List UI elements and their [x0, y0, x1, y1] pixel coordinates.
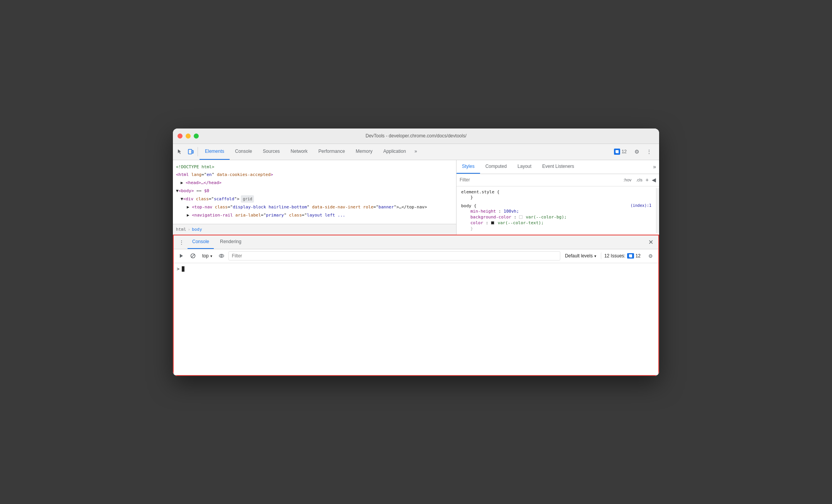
eye-icon — [219, 253, 224, 259]
tab-sources[interactable]: Sources — [257, 144, 285, 160]
tab-layout[interactable]: Layout — [512, 160, 537, 174]
chevron-down-icon: ▾ — [210, 254, 212, 258]
body-rule-header: body { (index):1 — [461, 203, 651, 208]
head-tag-line[interactable]: ▶︎ <head>…</head> — [173, 179, 456, 187]
main-content-area: <!DOCTYPE html> <html lang="en" data-coo… — [173, 160, 659, 235]
styles-filter-input[interactable] — [460, 177, 619, 183]
title-bar: DevTools - developer.chrome.com/docs/dev… — [173, 129, 659, 144]
devtools-panel: Elements Console Sources Network Perform… — [173, 144, 659, 376]
issues-badge-icon — [627, 253, 634, 259]
cursor-icon — [177, 149, 183, 155]
drawer-tab-console[interactable]: Console — [188, 235, 214, 249]
min-height-prop[interactable]: min-height : 100vh; — [461, 208, 651, 214]
ban-icon — [190, 253, 196, 259]
toolbar-divider — [198, 147, 198, 156]
levels-selector[interactable]: Default levels ▾ — [563, 252, 599, 259]
elements-panel: <!DOCTYPE html> <html lang="en" data-coo… — [173, 160, 457, 235]
styles-tab-bar: Styles Computed Layout Event Listeners » — [457, 160, 659, 174]
tab-application[interactable]: Application — [378, 144, 411, 160]
drawer-more-button[interactable]: ⋮ — [177, 237, 186, 247]
tab-console[interactable]: Console — [230, 144, 257, 160]
issues-button[interactable]: 12 — [611, 147, 630, 156]
html-tag-line[interactable]: <html lang="en" data-cookies-accepted> — [173, 171, 456, 179]
devtools-window: DevTools - developer.chrome.com/docs/dev… — [173, 129, 659, 376]
hov-button[interactable]: :hov — [622, 177, 633, 183]
navrail-line[interactable]: ▶︎ <navigation-rail aria-label="primary"… — [173, 211, 456, 220]
breadcrumb-html[interactable]: html — [176, 227, 186, 232]
styles-more-button[interactable]: » — [650, 160, 659, 174]
svg-point-7 — [221, 255, 222, 257]
drawer-tab-rendering[interactable]: Rendering — [215, 235, 246, 249]
eye-button[interactable] — [217, 251, 226, 260]
color-swatch-bg[interactable] — [519, 215, 523, 219]
grid-badge: grid — [241, 195, 254, 203]
issues-count-label: 12 — [622, 149, 627, 154]
traffic-lights — [178, 134, 199, 139]
svg-rect-0 — [188, 149, 192, 154]
tab-more[interactable]: » — [411, 144, 420, 160]
tab-computed[interactable]: Computed — [480, 160, 512, 174]
prompt-chevron-icon: > — [177, 266, 179, 272]
breadcrumb-body[interactable]: body — [192, 227, 202, 232]
issues-number: 12 — [636, 253, 641, 259]
scrollbar-track — [656, 188, 659, 233]
drawer-close-button[interactable]: ✕ — [646, 237, 655, 247]
cls-button[interactable]: .cls — [636, 178, 643, 182]
svg-point-6 — [219, 254, 224, 257]
tab-elements[interactable]: Elements — [200, 144, 230, 160]
console-cursor — [182, 266, 184, 272]
close-button[interactable] — [178, 134, 183, 139]
body-source[interactable]: (index):1 — [631, 203, 651, 208]
window-title: DevTools - developer.chrome.com/docs/dev… — [365, 133, 466, 139]
toggle-sidebar-button[interactable]: ◀ — [652, 177, 656, 183]
tab-memory[interactable]: Memory — [350, 144, 378, 160]
drawer-toolbar: ⋮ Console Rendering ✕ — [174, 235, 658, 249]
doctype-line: <!DOCTYPE html> — [173, 163, 456, 171]
device-toolbar-button[interactable] — [185, 146, 196, 157]
svg-rect-8 — [629, 254, 632, 257]
tab-network[interactable]: Network — [285, 144, 313, 160]
body-style-rule: body { (index):1 min-height : 100vh; bac… — [457, 202, 656, 233]
styles-filter-bar: :hov .cls + ◀ — [457, 174, 659, 186]
tab-performance[interactable]: Performance — [313, 144, 350, 160]
context-label: top — [202, 253, 209, 259]
elements-tree[interactable]: <!DOCTYPE html> <html lang="en" data-coo… — [173, 160, 456, 224]
customize-button[interactable]: ⋮ — [644, 146, 654, 157]
add-style-button[interactable]: + — [646, 177, 649, 183]
console-settings-button[interactable]: ⚙ — [646, 251, 655, 260]
chat-issues-icon — [629, 254, 632, 258]
levels-label: Default levels — [565, 253, 593, 259]
no-icon-button[interactable] — [188, 251, 198, 260]
tab-event-listeners[interactable]: Event Listeners — [537, 160, 580, 174]
background-color-prop[interactable]: background-color : var(--color-bg); — [461, 214, 651, 220]
clear-console-button[interactable] — [177, 251, 186, 260]
color-prop[interactable]: color : var(--color-text); — [461, 220, 651, 226]
topnav-line[interactable]: ▶︎ <top-nav class="display-block hairlin… — [173, 203, 456, 211]
device-icon — [188, 149, 194, 155]
toolbar-right: 12 ⚙ ⋮ — [611, 146, 658, 157]
maximize-button[interactable] — [194, 134, 199, 139]
issues-text: 12 Issues: — [604, 253, 626, 259]
console-prompt: > — [177, 266, 655, 272]
svg-line-5 — [191, 254, 195, 258]
body-tag-line[interactable]: ▼<body> == $0 — [173, 187, 456, 195]
play-icon — [179, 253, 184, 259]
styles-panel: Styles Computed Layout Event Listeners »… — [457, 160, 659, 235]
inspect-element-button[interactable] — [174, 146, 185, 157]
issues-icon — [614, 149, 620, 155]
svg-marker-3 — [180, 254, 183, 258]
div-scaffold-line[interactable]: ▼<div class="scaffold">grid — [173, 195, 456, 203]
top-toolbar: Elements Console Sources Network Perform… — [173, 144, 659, 160]
tab-styles[interactable]: Styles — [457, 160, 480, 174]
context-selector[interactable]: top ▾ — [200, 252, 215, 259]
chat-icon — [615, 150, 619, 154]
color-swatch-text[interactable] — [491, 221, 494, 225]
settings-button[interactable]: ⚙ — [631, 146, 642, 157]
minimize-button[interactable] — [186, 134, 191, 139]
issues-count-button[interactable]: 12 Issues: 12 — [601, 252, 644, 259]
console-filter-input[interactable] — [228, 251, 560, 260]
body-close: } — [461, 226, 651, 232]
console-content[interactable]: > — [174, 263, 658, 375]
element-style-close: } — [461, 194, 651, 200]
styles-content: element.style { } body { (index):1 min-h… — [457, 186, 659, 235]
